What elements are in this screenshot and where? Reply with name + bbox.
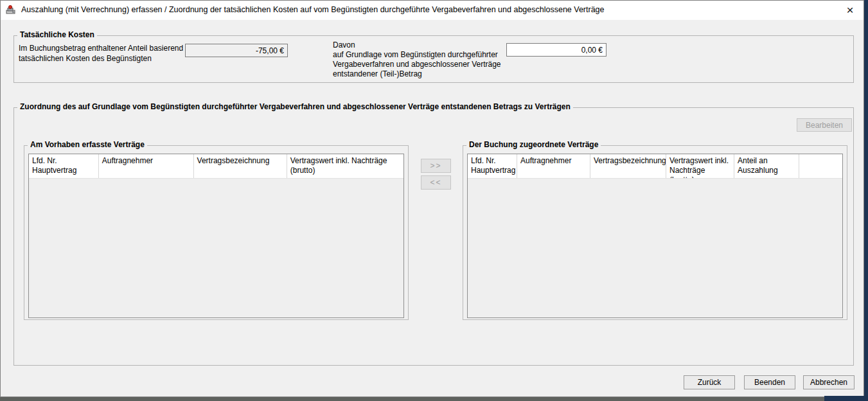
- included-share-label: Im Buchungsbetrag enthaltener Anteil bas…: [19, 43, 197, 64]
- available-contracts-header: Lfd. Nr. Hauptvertrag Auftragnehmer Vert…: [29, 154, 403, 179]
- group-assigned-contracts-title: Der Buchung zugeordnete Verträge: [466, 140, 601, 149]
- column-header-auftragnehmer: Auftragnehmer: [517, 154, 590, 178]
- column-header-anteil-an-auszahlung: Anteil an Auszahlung: [734, 154, 799, 178]
- group-assigned-contracts: Der Buchung zugeordnete Verträge Lfd. Nr…: [463, 145, 847, 320]
- move-left-button[interactable]: <<: [421, 175, 451, 190]
- cancel-button[interactable]: Abbrechen: [803, 375, 855, 389]
- partial-amount-label: Davon auf Grundlage vom Begünstigten dur…: [333, 40, 514, 79]
- edit-button[interactable]: Bearbeiten: [797, 118, 852, 132]
- column-header-vertragswert: Vertragswert inkl. Nachträge (brutto): [666, 154, 734, 178]
- partial-amount-label-rest: auf Grundlage vom Begünstigten durchgefü…: [333, 50, 501, 78]
- available-contracts-table[interactable]: Lfd. Nr. Hauptvertrag Auftragnehmer Vert…: [28, 154, 404, 318]
- background-app-corner: [824, 396, 868, 401]
- column-header-auftragnehmer: Auftragnehmer: [99, 154, 194, 178]
- background-app-strip-right: [864, 0, 868, 401]
- back-button[interactable]: Zurück: [684, 375, 735, 389]
- assigned-contracts-header: Lfd. Nr. Hauptvertrag Auftragnehmer Vert…: [468, 154, 842, 179]
- finish-button[interactable]: Beenden: [744, 375, 795, 389]
- column-header-vertragsbezeichnung: Vertragsbezeichnung: [590, 154, 666, 178]
- close-icon[interactable]: ×: [841, 2, 859, 19]
- window-title: Auszahlung (mit Verrechnung) erfassen / …: [21, 5, 605, 14]
- column-header-lfd-nr-hauptvertrag: Lfd. Nr. Hauptvertrag: [468, 154, 517, 178]
- group-actual-costs: Tatsächliche Kosten Im Buchungsbetrag en…: [13, 35, 854, 83]
- column-header-filler: [799, 154, 842, 178]
- column-header-vertragsbezeichnung: Vertragsbezeichnung: [194, 154, 287, 178]
- column-header-vertragswert: Vertragswert inkl. Nachträge (brutto): [287, 154, 403, 178]
- group-actual-costs-title: Tatsächliche Kosten: [17, 30, 97, 39]
- group-available-contracts-title: Am Vorhaben erfasste Verträge: [28, 140, 147, 149]
- partial-amount-label-line1: Davon: [333, 40, 514, 50]
- assigned-contracts-table[interactable]: Lfd. Nr. Hauptvertrag Auftragnehmer Vert…: [467, 154, 843, 318]
- app-icon: [6, 4, 16, 15]
- titlebar: Auszahlung (mit Verrechnung) erfassen / …: [1, 1, 864, 20]
- dialog-window: Auszahlung (mit Verrechnung) erfassen / …: [0, 0, 864, 397]
- included-share-field[interactable]: [185, 44, 288, 57]
- column-header-lfd-nr-hauptvertrag: Lfd. Nr. Hauptvertrag: [29, 154, 99, 178]
- move-right-button[interactable]: >>: [421, 159, 451, 173]
- partial-amount-field[interactable]: [506, 43, 607, 57]
- group-assignment-title: Zuordnung des auf Grundlage vom Begünsti…: [17, 102, 573, 111]
- group-available-contracts: Am Vorhaben erfasste Verträge Lfd. Nr. H…: [24, 145, 409, 320]
- group-assignment: Zuordnung des auf Grundlage vom Begünsti…: [13, 107, 854, 366]
